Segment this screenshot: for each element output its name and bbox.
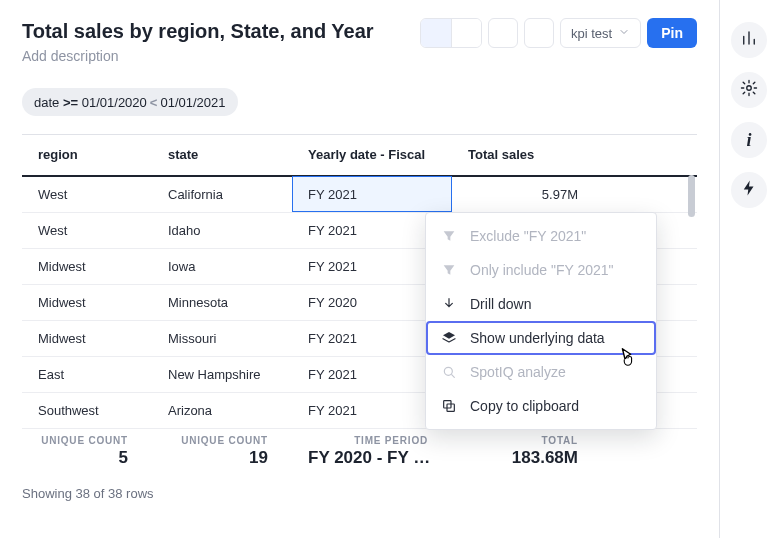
- header: Total sales by region, State, and Year A…: [22, 18, 697, 64]
- cell-state[interactable]: Idaho: [152, 212, 292, 248]
- right-rail: i: [721, 0, 777, 538]
- filter-icon: [440, 228, 458, 244]
- bar-chart-icon: [740, 29, 758, 51]
- menu-item-layers-highlight[interactable]: Show underlying data: [426, 321, 656, 355]
- menu-item-label: SpotIQ analyze: [470, 364, 566, 380]
- rail-chart-button[interactable]: [731, 22, 767, 58]
- menu-item-copy[interactable]: Copy to clipboard: [426, 389, 656, 423]
- view-toggle: [420, 18, 482, 48]
- cell-total[interactable]: 5.97M: [452, 176, 602, 213]
- svg-point-5: [444, 367, 452, 375]
- gear-icon: [740, 79, 758, 101]
- footer-region: UNIQUE COUNT 5: [22, 428, 152, 472]
- rail-spotiq-button[interactable]: [731, 172, 767, 208]
- footer-state: UNIQUE COUNT 19: [152, 428, 292, 472]
- dropdown-label: kpi test: [571, 26, 612, 41]
- filter-val1: 01/01/2020: [82, 95, 147, 110]
- cell-region[interactable]: East: [22, 356, 152, 392]
- cell-region[interactable]: West: [22, 212, 152, 248]
- search-icon: [440, 364, 458, 380]
- toolbar: kpi test Pin: [420, 18, 697, 48]
- copy-icon: [440, 398, 458, 414]
- info-icon: i: [746, 130, 751, 151]
- pinboard-dropdown[interactable]: kpi test: [560, 18, 641, 48]
- table-view-button[interactable]: [421, 19, 451, 47]
- cell-period[interactable]: FY 2021: [292, 176, 452, 213]
- pin-button[interactable]: Pin: [647, 18, 697, 48]
- map-view-button[interactable]: [451, 19, 481, 47]
- col-total[interactable]: Total sales: [452, 135, 602, 176]
- cell-spacer: [602, 176, 697, 213]
- cell-region[interactable]: Southwest: [22, 392, 152, 428]
- col-region[interactable]: region: [22, 135, 152, 176]
- footer-total: TOTAL 183.68M: [452, 428, 602, 472]
- share-button[interactable]: [488, 18, 518, 48]
- menu-item-search: SpotIQ analyze: [426, 355, 656, 389]
- cell-state[interactable]: Minnesota: [152, 284, 292, 320]
- scrollbar-thumb[interactable]: [688, 175, 695, 217]
- cell-region[interactable]: Midwest: [22, 320, 152, 356]
- menu-item-label: Copy to clipboard: [470, 398, 579, 414]
- layers-icon: [440, 330, 458, 346]
- table-row[interactable]: WestCaliforniaFY 20215.97M: [22, 176, 697, 213]
- cell-state[interactable]: Arizona: [152, 392, 292, 428]
- cell-region[interactable]: West: [22, 176, 152, 213]
- cell-state[interactable]: Missouri: [152, 320, 292, 356]
- menu-item-label: Show underlying data: [470, 330, 605, 346]
- page-title[interactable]: Total sales by region, State, and Year: [22, 18, 410, 44]
- filter-val2: 01/01/2021: [160, 95, 225, 110]
- menu-item-drill[interactable]: Drill down: [426, 287, 656, 321]
- col-period[interactable]: Yearly date - Fiscal: [292, 135, 452, 176]
- menu-item-filter: Exclude "FY 2021": [426, 219, 656, 253]
- filter-field: date: [34, 95, 59, 110]
- table-footer: UNIQUE COUNT 5 UNIQUE COUNT 19 TIME PERI…: [22, 428, 697, 472]
- chevron-down-icon: [618, 26, 630, 41]
- filter-op1: >=: [63, 95, 78, 110]
- menu-item-label: Only include "FY 2021": [470, 262, 614, 278]
- context-menu: Exclude "FY 2021"Only include "FY 2021"D…: [425, 212, 657, 430]
- svg-point-4: [747, 86, 752, 91]
- filter-op2: <: [147, 95, 161, 110]
- lightning-icon: [740, 179, 758, 201]
- cell-state[interactable]: New Hampshire: [152, 356, 292, 392]
- more-button[interactable]: [524, 18, 554, 48]
- title-block: Total sales by region, State, and Year A…: [22, 18, 410, 64]
- cell-region[interactable]: Midwest: [22, 248, 152, 284]
- filter-icon: [440, 262, 458, 278]
- cell-state[interactable]: California: [152, 176, 292, 213]
- page-subtitle[interactable]: Add description: [22, 48, 410, 64]
- col-spacer: [602, 135, 697, 176]
- pin-label: Pin: [661, 25, 683, 41]
- rail-settings-button[interactable]: [731, 72, 767, 108]
- table-header: region state Yearly date - Fiscal Total …: [22, 135, 697, 176]
- drill-icon: [440, 296, 458, 312]
- cell-region[interactable]: Midwest: [22, 284, 152, 320]
- filter-chip[interactable]: date >= 01/01/2020 < 01/01/2021: [22, 88, 238, 116]
- menu-item-filter: Only include "FY 2021": [426, 253, 656, 287]
- rail-info-button[interactable]: i: [731, 122, 767, 158]
- menu-item-label: Drill down: [470, 296, 531, 312]
- col-state[interactable]: state: [152, 135, 292, 176]
- footer-period: TIME PERIOD FY 2020 - FY …: [292, 428, 452, 472]
- cell-state[interactable]: Iowa: [152, 248, 292, 284]
- status-text: Showing 38 of 38 rows: [22, 486, 697, 501]
- menu-item-label: Exclude "FY 2021": [470, 228, 586, 244]
